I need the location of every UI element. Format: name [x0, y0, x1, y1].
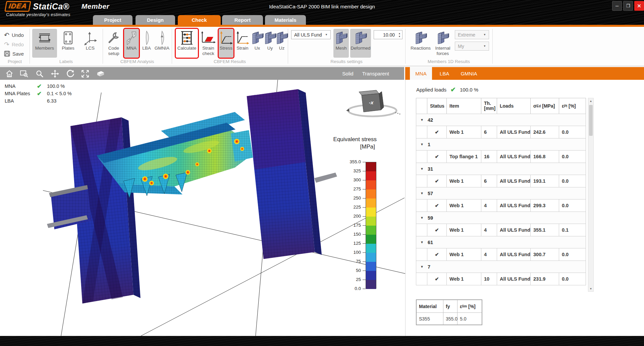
deformation-scale-spinner[interactable]: 10.00 ▲ ▼ [374, 30, 402, 39]
fit-view-icon[interactable] [80, 69, 90, 78]
spin-down-icon[interactable]: ▼ [398, 35, 401, 38]
tab-design[interactable]: Design [136, 15, 175, 25]
solid-view-icon[interactable] [96, 69, 105, 78]
thickness-cell: 4 [481, 199, 497, 212]
legend-color-bar [366, 162, 376, 289]
my-dropdown[interactable]: My ▼ [455, 42, 489, 51]
item-cell: Web 1 [447, 175, 481, 187]
scroll-up-icon[interactable]: ▲ [588, 98, 593, 104]
legend-tick-label: 150 [339, 232, 361, 237]
member-group-row[interactable]: ▼31 [416, 163, 586, 175]
model-viewport[interactable]: MNA✔100.0 %MNA Plates✔0.1 < 5.0 %LBA6.33… [0, 80, 405, 336]
beam-3d-icon [435, 30, 450, 46]
beam-3d-icon [274, 30, 289, 46]
scale-value: 10.00 [374, 32, 397, 38]
mesh-button[interactable]: Mesh [333, 29, 349, 58]
members-button[interactable]: Members [32, 29, 57, 58]
tab-materials[interactable]: Materials [265, 15, 306, 25]
stress-button[interactable]: Stress [219, 29, 233, 58]
stress-table-body: ▼42✔Web 16All ULS Fund242.60.0▼1✔Top fla… [416, 114, 586, 285]
legend-tick-label: 250 [339, 195, 361, 200]
collapse-icon[interactable]: ▼ [416, 240, 428, 244]
redo-button[interactable]: ↷ Redo [4, 40, 24, 48]
panel-tab-mna[interactable]: MNA [410, 67, 432, 80]
scrollbar-thumb[interactable] [589, 105, 593, 136]
plates-button[interactable]: Plates [58, 29, 78, 58]
lcs-button[interactable]: LCS [80, 29, 101, 58]
strain-button[interactable]: Strain [235, 29, 250, 58]
reactions-button[interactable]: Reactions [410, 29, 431, 58]
collapse-icon[interactable]: ▼ [416, 142, 428, 146]
orientation-axis-label: -x [369, 100, 374, 105]
member-group-row[interactable]: ▼61 [416, 236, 586, 248]
internal-forces-button[interactable]: Internal forces [433, 29, 453, 58]
status-check-icon: ✔ [427, 126, 447, 138]
mna-button[interactable]: MNA [124, 29, 139, 58]
legend-tick-mark [363, 289, 366, 289]
home-view-icon[interactable] [5, 69, 14, 78]
legend-tick-label: 75 [339, 259, 361, 264]
spin-up-icon[interactable]: ▲ [398, 32, 401, 35]
chevron-down-icon: ▼ [322, 33, 328, 36]
scroll-down-icon[interactable]: ▼ [588, 286, 593, 291]
transparent-mode-button[interactable]: Transparent [362, 71, 389, 76]
solid-mode-button[interactable]: Solid [342, 71, 353, 76]
tab-check[interactable]: Check [178, 15, 221, 25]
member-group-row[interactable]: ▼59 [416, 212, 586, 224]
uy-label: Uy [267, 46, 273, 51]
maximize-button[interactable]: ❐ [623, 1, 633, 11]
right-column-mesh[interactable] [247, 87, 342, 259]
legend-tick-mark [363, 262, 366, 262]
pan-icon[interactable] [50, 69, 59, 78]
member-group-row[interactable]: ▼57 [416, 187, 586, 199]
panel-tab-lba[interactable]: LBA [435, 67, 454, 80]
plates-icon [60, 30, 76, 46]
ux-button[interactable]: Ux [252, 29, 263, 58]
undo-icon: ↶ [4, 32, 9, 38]
legend-band [366, 235, 376, 244]
gmnia-button[interactable]: GMNIA [153, 29, 171, 58]
loads-dropdown[interactable]: All ULS Fund ▼ [291, 30, 331, 39]
member-group-row[interactable]: ▼42 [416, 114, 586, 126]
close-button[interactable]: ✕ [634, 1, 644, 11]
calculate-button[interactable]: Calculate [176, 29, 198, 58]
zoom-icon[interactable] [35, 69, 44, 78]
collapse-icon[interactable]: ▼ [416, 118, 428, 122]
collapse-icon[interactable]: ▼ [416, 167, 428, 171]
header-loads: Loads [497, 98, 531, 114]
undo-button[interactable]: ↶ Undo [4, 31, 24, 39]
panel-tab-gmnia[interactable]: GMNIA [456, 67, 482, 80]
legend-band [366, 208, 376, 217]
eps-cell: 0.0 [559, 175, 586, 187]
uz-button[interactable]: Uz [276, 29, 287, 58]
member-group-row[interactable]: ▼7 [416, 261, 586, 273]
code-setup-button[interactable]: Code setup [105, 29, 123, 58]
table-scrollbar[interactable]: ▲ ▼ [588, 98, 594, 292]
lba-button[interactable]: LBA [140, 29, 153, 58]
eps-cell: 0.0 [559, 273, 586, 285]
minimize-button[interactable]: ─ [612, 1, 622, 11]
legend-tick-label: 200 [339, 214, 361, 219]
deformed-button[interactable]: Deformed [350, 29, 371, 58]
collapse-icon[interactable]: ▼ [416, 191, 428, 195]
collapse-icon[interactable]: ▼ [416, 216, 428, 220]
orientation-cube[interactable]: -x [342, 89, 402, 123]
lcs-label: LCS [86, 46, 95, 51]
tab-project[interactable]: Project [93, 15, 132, 25]
strain-check-button[interactable]: Strain check [200, 29, 217, 58]
collapse-icon[interactable]: ▼ [416, 265, 428, 269]
beam-3d-icon [413, 30, 428, 46]
rotate-icon[interactable] [66, 69, 75, 78]
extreme-dropdown[interactable]: Extreme ▼ [455, 30, 489, 39]
header-thickness: Th.[mm] [481, 98, 497, 114]
zoom-window-icon[interactable] [19, 69, 29, 78]
loads-cell: All ULS Fund [497, 224, 531, 236]
ux-label: Ux [255, 46, 260, 51]
save-button[interactable]: Save [4, 50, 24, 58]
stress-icon [218, 30, 234, 46]
reactions-label: Reactions [411, 46, 431, 51]
legend-band [366, 271, 376, 280]
status-icon-cell [416, 126, 427, 138]
tab-report[interactable]: Report [222, 15, 263, 25]
member-group-row[interactable]: ▼1 [416, 138, 586, 151]
